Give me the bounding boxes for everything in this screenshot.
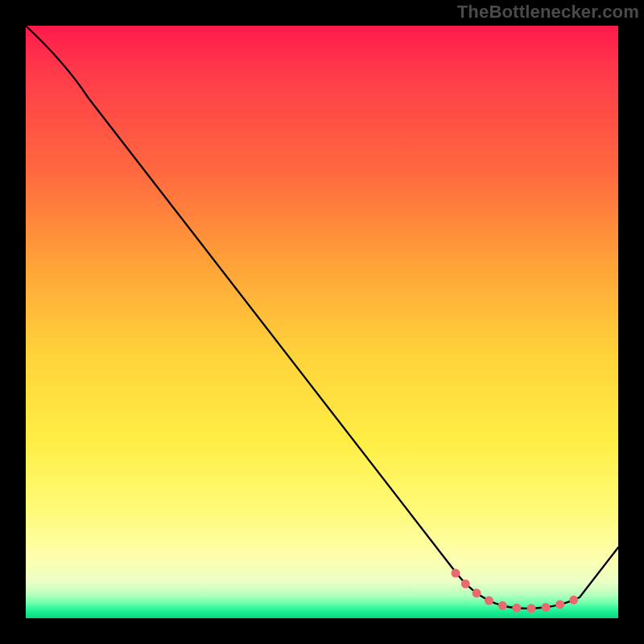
curve-line [26, 26, 618, 609]
chart-frame: TheBottlenecker.com [0, 0, 644, 644]
highlight-dots [456, 573, 578, 609]
watermark-text: TheBottlenecker.com [457, 2, 639, 23]
plot-area [26, 26, 618, 618]
chart-svg [26, 26, 618, 618]
